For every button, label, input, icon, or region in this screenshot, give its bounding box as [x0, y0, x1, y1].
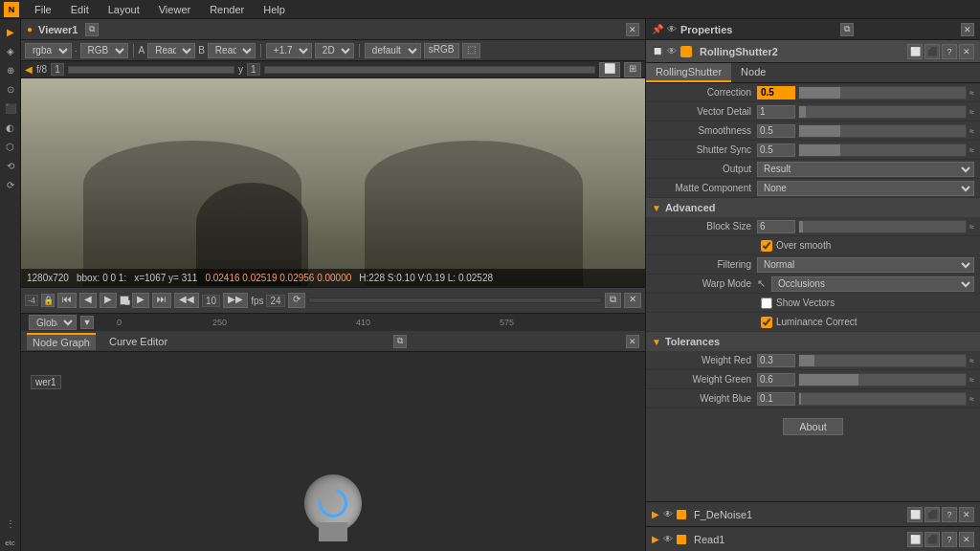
sidebar-icon-2[interactable]: ◈ [2, 42, 19, 59]
node-canvas[interactable]: wer1 Motions Matte RollingShutte [21, 352, 645, 551]
prop-btn-close[interactable]: ✕ [959, 44, 974, 59]
shutter-sync-slider[interactable] [798, 143, 967, 157]
channel-b-select[interactable]: Read1 [208, 43, 256, 58]
mini-btn-1a[interactable]: ⬜ [907, 507, 923, 522]
prop-close-btn[interactable]: ✕ [961, 23, 974, 36]
mode-select[interactable]: 2D [315, 43, 354, 58]
sidebar-icon-3[interactable]: ⊕ [2, 61, 19, 78]
menu-file[interactable]: File [31, 4, 56, 15]
view-icon[interactable]: ▼ [80, 316, 94, 329]
snapshot-btn[interactable]: ⬜ [599, 62, 620, 77]
roi-btn[interactable]: ⊞ [624, 62, 641, 77]
srgb-btn[interactable]: sRGB [424, 43, 459, 58]
play-btn[interactable]: ▶ [100, 293, 117, 308]
sidebar-icon-8[interactable]: ⟲ [2, 157, 19, 174]
step-count[interactable]: 10 [202, 295, 220, 307]
weight-red-input[interactable] [757, 354, 795, 367]
menu-viewer[interactable]: Viewer [155, 4, 194, 15]
vector-detail-input[interactable] [757, 105, 795, 119]
weight-red-slider[interactable] [798, 354, 967, 367]
prop-btn-2[interactable]: ⬛ [924, 44, 940, 59]
mini-btn-2b[interactable]: ⬛ [924, 532, 940, 547]
scrub-value[interactable]: -4 [25, 295, 38, 306]
mini-btn-2q[interactable]: ? [942, 532, 957, 547]
block-size-input[interactable] [757, 220, 795, 233]
weight-blue-slider[interactable] [798, 392, 967, 406]
mini-btn-1x[interactable]: ✕ [959, 507, 974, 522]
viewer-float-btn[interactable]: ⧉ [85, 23, 99, 36]
menu-help[interactable]: Help [259, 4, 289, 15]
node-close-btn[interactable]: ✕ [626, 335, 639, 348]
mini-btn-2a[interactable]: ⬜ [907, 532, 923, 547]
sidebar-icon-4[interactable]: ⊙ [2, 80, 19, 98]
play-icon[interactable]: ◀ [25, 64, 33, 75]
weight-green-anim-icon[interactable]: ≈ [969, 375, 974, 385]
tolerances-section-header[interactable]: ▼ Tolerances [646, 332, 980, 351]
weight-green-input[interactable] [757, 373, 795, 386]
scrubber-bar[interactable] [68, 66, 234, 74]
sidebar-icon-9[interactable]: ⟳ [2, 176, 19, 193]
smoothness-slider[interactable] [798, 124, 967, 138]
block-size-anim-icon[interactable]: ≈ [969, 222, 974, 231]
filtering-select[interactable]: Normal [757, 257, 974, 273]
smoothness-input[interactable] [757, 124, 795, 138]
zoom-select[interactable]: +1.7 [266, 43, 312, 58]
weight-blue-anim-icon[interactable]: ≈ [969, 394, 974, 404]
mini-panel-arrow-1[interactable]: ▶ [652, 509, 659, 519]
view-select[interactable]: Global [29, 315, 77, 330]
menu-layout[interactable]: Layout [104, 4, 144, 15]
node-float-btn[interactable]: ⧉ [393, 335, 407, 348]
prop-btn-1[interactable]: ⬜ [907, 44, 923, 59]
smoothness-anim-icon[interactable]: ≈ [969, 126, 974, 136]
show-vectors-checkbox[interactable] [761, 298, 772, 309]
correction-anim-icon[interactable]: ≈ [969, 88, 974, 98]
sidebar-icon-6[interactable]: ◐ [2, 119, 19, 136]
weight-red-anim-icon[interactable]: ≈ [969, 356, 974, 365]
vector-detail-slider[interactable] [798, 105, 967, 119]
compare-btn[interactable]: ⬚ [462, 43, 480, 58]
sidebar-icon-1[interactable]: ▶ [2, 23, 19, 40]
loop-btn[interactable]: ⟳ [288, 293, 305, 308]
about-button[interactable]: About [783, 418, 843, 435]
colormode-select[interactable]: RGB [80, 43, 128, 58]
mini-btn-2x[interactable]: ✕ [959, 532, 974, 547]
over-smooth-checkbox[interactable] [761, 240, 772, 252]
mini-btn-1b[interactable]: ⬛ [924, 507, 940, 522]
sidebar-icon-7[interactable]: ⬡ [2, 138, 19, 155]
shutter-sync-anim-icon[interactable]: ≈ [969, 145, 974, 155]
viewer-close-btn[interactable]: ✕ [626, 23, 639, 36]
tab-curve-editor[interactable]: Curve Editor [103, 334, 173, 349]
mini-panel-arrow-2[interactable]: ▶ [652, 534, 659, 544]
shutter-sync-input[interactable] [757, 143, 795, 157]
go-start-btn[interactable]: ⏮ [57, 293, 77, 308]
warp-mode-select[interactable]: Occlusions [771, 276, 974, 292]
output-select[interactable]: Result [757, 162, 974, 177]
channel-a-select[interactable]: Read1 [147, 43, 195, 58]
close-timeline-btn[interactable]: ✕ [624, 293, 641, 308]
prop-btn-q[interactable]: ? [942, 44, 957, 59]
next-frame-btn[interactable]: ▶ [132, 293, 149, 308]
vector-detail-anim-icon[interactable]: ≈ [969, 107, 974, 117]
mini-btn-1q[interactable]: ? [942, 507, 957, 522]
prop-float-btn[interactable]: ⧉ [840, 23, 854, 36]
y-scrubber-bar[interactable] [264, 66, 596, 74]
frame-input[interactable]: 1 [51, 63, 64, 76]
lock-btn[interactable]: 🔒 [41, 294, 55, 307]
tab-node[interactable]: Node [731, 63, 775, 82]
correction-input[interactable] [757, 86, 795, 99]
prev-frame-btn[interactable]: ◀ [79, 293, 97, 308]
float-btn[interactable]: ⧉ [605, 293, 621, 308]
sidebar-icon-5[interactable]: ⬛ [2, 99, 19, 117]
colorspace-select[interactable]: rgba [25, 43, 72, 58]
go-end-btn[interactable]: ⏭ [152, 293, 171, 308]
prev10-btn[interactable]: ◀◀ [174, 293, 199, 308]
advanced-section-header[interactable]: ▼ Advanced [646, 198, 980, 217]
weight-blue-input[interactable] [757, 392, 795, 406]
sidebar-icon-etc[interactable]: etc [2, 534, 19, 551]
timeline-bar[interactable] [308, 298, 602, 303]
menu-edit[interactable]: Edit [67, 4, 93, 15]
next10-btn[interactable]: ▶▶ [223, 293, 248, 308]
weight-green-slider[interactable] [798, 373, 967, 386]
sidebar-icon-10[interactable]: ⋮ [2, 515, 19, 532]
luminance-correct-checkbox[interactable] [761, 317, 772, 328]
